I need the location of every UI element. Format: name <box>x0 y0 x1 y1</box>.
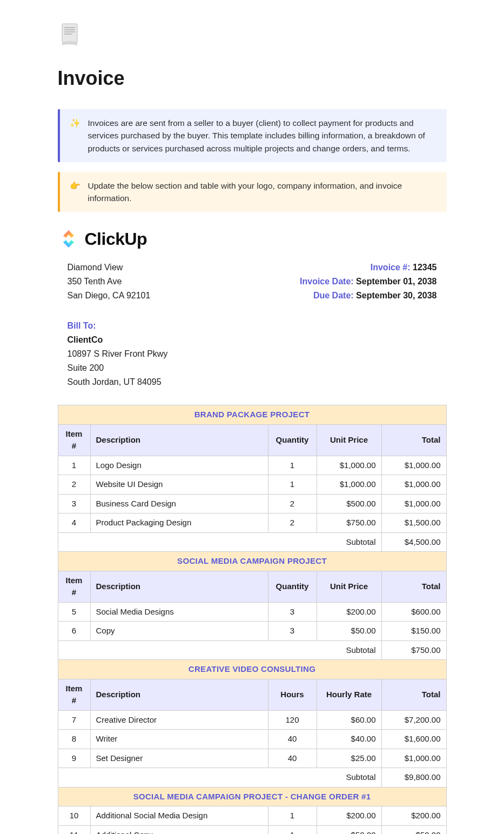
item-total: $1,000.00 <box>381 475 446 495</box>
item-number: 7 <box>58 710 90 730</box>
svg-rect-1 <box>64 27 75 28</box>
section-title: BRAND PACKAGE PROJECT <box>58 405 446 425</box>
bill-to-block: Bill To: ClientCo 10897 S River Front Pk… <box>58 319 447 389</box>
pointing-hand-icon: 👉 <box>70 179 80 205</box>
line-item-row: 11Additional Copy1$50.00$50.00 <box>58 825 446 834</box>
item-quantity: 120 <box>268 710 317 730</box>
company-logo: ClickUp <box>58 226 147 252</box>
item-quantity: 3 <box>268 602 317 622</box>
item-description: Logo Design <box>90 456 268 475</box>
svg-rect-0 <box>62 24 77 42</box>
item-description: Creative Director <box>90 710 268 730</box>
due-date-label: Due Date: <box>313 291 354 300</box>
company-name: Diamond View <box>68 261 151 274</box>
item-price: $60.00 <box>317 710 381 730</box>
item-description: Product Packaging Design <box>90 513 268 533</box>
line-item-row: 5Social Media Designs3$200.00$600.00 <box>58 602 446 622</box>
item-number: 4 <box>58 513 90 533</box>
section-subtotal-row: Subtotal$750.00 <box>58 640 446 660</box>
item-description: Additional Social Media Design <box>90 806 268 826</box>
column-headers: Item #DescriptionQuantityUnit PriceTotal <box>58 424 446 456</box>
document-icon <box>58 22 84 48</box>
subtotal-value: $750.00 <box>381 640 446 660</box>
item-total: $600.00 <box>381 602 446 622</box>
section-title-row: SOCIAL MEDIA CAMPAIGN PROJECT <box>58 552 446 571</box>
invoice-meta: Invoice #: 12345 Invoice Date: September… <box>300 261 436 303</box>
logo-row: ClickUp <box>58 226 447 253</box>
item-quantity: 40 <box>268 749 317 768</box>
bill-to-addr1: 10897 S River Front Pkwy <box>68 348 437 361</box>
item-total: $1,500.00 <box>381 513 446 533</box>
item-price: $200.00 <box>317 806 381 826</box>
callout-intro-text: Invoices are are sent from a seller to a… <box>88 117 437 155</box>
item-quantity: 2 <box>268 513 317 533</box>
item-total: $200.00 <box>381 806 446 826</box>
line-item-row: 10Additional Social Media Design1$200.00… <box>58 806 446 826</box>
invoice-table: BRAND PACKAGE PROJECTItem #DescriptionQu… <box>58 405 447 834</box>
line-item-row: 2Website UI Design1$1,000.00$1,000.00 <box>58 475 446 495</box>
line-item-row: 4Product Packaging Design2$750.00$1,500.… <box>58 513 446 533</box>
due-date: September 30, 2038 <box>356 291 436 300</box>
section-subtotal-row: Subtotal$9,800.00 <box>58 768 446 788</box>
item-number: 9 <box>58 749 90 768</box>
item-number: 6 <box>58 622 90 641</box>
company-logo-text: ClickUp <box>85 226 147 252</box>
subtotal-value: $9,800.00 <box>381 768 446 788</box>
item-number: 1 <box>58 456 90 475</box>
line-item-row: 8Writer40$40.00$1,600.00 <box>58 730 446 749</box>
subtotal-label: Subtotal <box>58 532 381 552</box>
section-title-row: BRAND PACKAGE PROJECT <box>58 405 446 425</box>
svg-rect-3 <box>64 31 75 32</box>
item-number: 8 <box>58 730 90 749</box>
item-number: 10 <box>58 806 90 826</box>
subtotal-label: Subtotal <box>58 768 381 788</box>
item-price: $500.00 <box>317 494 381 513</box>
bill-to-addr2: Suite 200 <box>68 362 437 375</box>
company-address: Diamond View 350 Tenth Ave San Diego, CA… <box>68 261 151 303</box>
item-total: $7,200.00 <box>381 710 446 730</box>
bill-to-addr3: South Jordan, UT 84095 <box>68 376 437 389</box>
sparkles-icon: ✨ <box>70 117 80 155</box>
item-price: $1,000.00 <box>317 475 381 495</box>
item-price: $200.00 <box>317 602 381 622</box>
line-item-row: 7Creative Director120$60.00$7,200.00 <box>58 710 446 730</box>
invoice-page: Invoice ✨ Invoices are are sent from a s… <box>58 22 447 834</box>
item-price: $50.00 <box>317 825 381 834</box>
item-total: $1,600.00 <box>381 730 446 749</box>
clickup-logo-icon <box>58 228 79 250</box>
company-addr2: San Diego, CA 92101 <box>68 289 151 302</box>
item-number: 11 <box>58 825 90 834</box>
item-total: $1,000.00 <box>381 494 446 513</box>
callout-instruction: 👉 Update the below section and table wit… <box>58 172 447 212</box>
company-addr1: 350 Tenth Ave <box>68 275 151 288</box>
invoice-num: 12345 <box>413 263 437 272</box>
page-title: Invoice <box>58 64 447 93</box>
item-description: Copy <box>90 622 268 641</box>
item-quantity: 1 <box>268 475 317 495</box>
item-number: 5 <box>58 602 90 622</box>
column-headers: Item #DescriptionQuantityUnit PriceTotal <box>58 571 446 602</box>
line-item-row: 3Business Card Design2$500.00$1,000.00 <box>58 494 446 513</box>
item-price: $750.00 <box>317 513 381 533</box>
svg-rect-4 <box>64 34 72 35</box>
invoice-header: Diamond View 350 Tenth Ave San Diego, CA… <box>58 261 447 303</box>
callout-instruction-text: Update the below section and table with … <box>88 179 437 205</box>
line-item-row: 6Copy3$50.00$150.00 <box>58 622 446 641</box>
item-quantity: 3 <box>268 622 317 641</box>
section-title-row: SOCIAL MEDIA CAMPAIGN PROJECT - CHANGE O… <box>58 787 446 806</box>
bill-to-name: ClientCo <box>68 333 437 346</box>
item-quantity: 1 <box>268 456 317 475</box>
section-title: SOCIAL MEDIA CAMPAIGN PROJECT <box>58 552 446 571</box>
section-subtotal-row: Subtotal$4,500.00 <box>58 532 446 552</box>
subtotal-label: Subtotal <box>58 640 381 660</box>
item-price: $1,000.00 <box>317 456 381 475</box>
line-item-row: 9Set Designer40$25.00$1,000.00 <box>58 749 446 768</box>
item-total: $50.00 <box>381 825 446 834</box>
callout-intro: ✨ Invoices are are sent from a seller to… <box>58 109 447 162</box>
item-quantity: 2 <box>268 494 317 513</box>
column-headers: Item #DescriptionHoursHourly RateTotal <box>58 679 446 710</box>
invoice-date-label: Invoice Date: <box>300 277 354 286</box>
svg-rect-2 <box>64 29 75 30</box>
item-number: 2 <box>58 475 90 495</box>
section-title-row: CREATIVE VIDEO CONSULTING <box>58 660 446 679</box>
